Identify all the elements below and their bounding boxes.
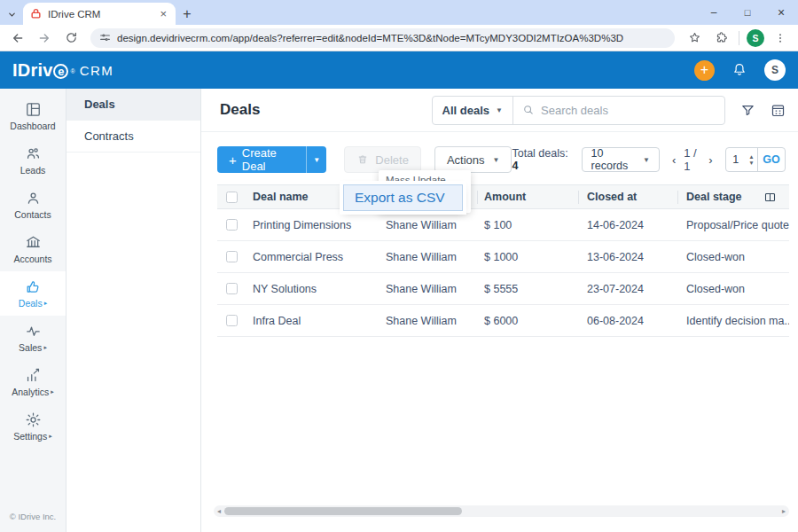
browser-toolbar: design.devidrivecrm.com/app/deals?referr… <box>0 25 798 51</box>
plus-icon: + <box>229 153 237 168</box>
table-row[interactable]: Infra Deal Shane William $ 6000 06-08-20… <box>217 305 789 337</box>
page-indicator: 1 / 1 <box>684 146 700 173</box>
registered-mark: ® <box>70 68 74 74</box>
column-header-amount[interactable]: Amount <box>477 185 578 208</box>
filter-funnel-icon[interactable] <box>740 103 755 118</box>
select-all-checkbox[interactable] <box>226 192 238 203</box>
scroll-left-icon[interactable]: ◂ <box>214 507 224 515</box>
search-box[interactable] <box>513 104 724 117</box>
table-row[interactable]: Printing Dimensions Shane William $ 100 … <box>217 209 789 241</box>
sidebar-item-sales[interactable]: Sales▸ <box>0 316 66 360</box>
tab-title: IDrive CRM <box>48 9 152 20</box>
view-filter-dropdown[interactable]: All deals ▼ <box>433 97 512 124</box>
site-settings-icon[interactable] <box>99 32 111 43</box>
delete-button[interactable]: Delete <box>344 146 421 173</box>
sidebar-item-analytics[interactable]: Analytics▸ <box>0 360 66 404</box>
app-header: IDrive®CRM + S <box>0 51 798 89</box>
browser-tab[interactable]: IDrive CRM × <box>23 3 176 25</box>
table-row[interactable]: Commercial Press Shane William $ 1000 13… <box>217 241 789 273</box>
submenu-arrow-icon: ▸ <box>44 300 48 307</box>
new-tab-button[interactable]: + <box>176 3 199 25</box>
actions-label: Actions <box>447 153 485 167</box>
prev-page-icon[interactable]: ‹ <box>671 153 677 167</box>
page-number-input[interactable] <box>726 153 746 166</box>
search-icon <box>522 104 535 116</box>
sidebar-item-label: Sales <box>19 342 42 353</box>
sidebar-item-contacts[interactable]: Contacts <box>0 183 66 227</box>
tab-search-chevron-icon[interactable] <box>0 4 23 25</box>
subnav-item-deals[interactable]: Deals <box>66 89 200 121</box>
deal-amount-cell: $ 6000 <box>477 315 578 327</box>
close-button[interactable]: × <box>764 0 798 25</box>
row-checkbox[interactable] <box>226 251 238 262</box>
page-title: Deals <box>220 101 260 119</box>
accounts-icon <box>25 234 42 251</box>
scrollbar-thumb[interactable] <box>224 507 462 515</box>
actions-dropdown-button[interactable]: Actions ▼ <box>434 146 512 173</box>
go-button[interactable]: GO <box>758 153 785 166</box>
menu-item-mass-update[interactable]: Mass Update <box>379 170 471 185</box>
table-view-icon[interactable] <box>771 103 786 118</box>
column-picker-icon[interactable] <box>763 191 777 204</box>
toolbar-divider <box>739 31 739 45</box>
column-header-closed-at[interactable]: Closed at <box>578 185 677 208</box>
menu-item-export-csv[interactable]: Export as CSV <box>343 184 463 211</box>
row-checkbox[interactable] <box>226 283 238 294</box>
browser-menu-kebab-icon[interactable] <box>770 27 791 49</box>
url-text[interactable]: design.devidrivecrm.com/app/deals?referr… <box>117 33 623 43</box>
user-avatar[interactable]: S <box>764 59 786 81</box>
horizontal-scrollbar[interactable]: ◂ ▸ <box>214 505 789 517</box>
create-deal-dropdown-toggle[interactable]: ▼ <box>306 146 326 173</box>
extensions-icon[interactable] <box>710 27 732 49</box>
sidebar-item-label: Dashboard <box>10 121 55 131</box>
deal-amount-cell: $ 1000 <box>477 251 578 263</box>
scroll-right-icon[interactable]: ▸ <box>778 507 789 515</box>
sidebar-item-label: Analytics <box>12 387 49 397</box>
deals-subnav: Deals Contracts <box>66 89 201 532</box>
logo-crm-text: CRM <box>80 63 114 78</box>
refresh-icon[interactable] <box>60 27 82 49</box>
records-per-page-label: 10 records <box>591 147 636 172</box>
deal-name-cell[interactable]: Printing Dimensions <box>246 219 375 231</box>
row-checkbox[interactable] <box>226 315 238 326</box>
table-row[interactable]: NY Solutions Shane William $ 5555 23-07-… <box>217 273 789 305</box>
column-header-deal-stage[interactable]: Deal stage <box>677 185 789 208</box>
sidebar-item-leads[interactable]: Leads <box>0 138 66 183</box>
maximize-button[interactable]: □ <box>731 0 764 25</box>
dashboard-icon <box>25 101 42 118</box>
submenu-arrow-icon: ▸ <box>43 344 47 351</box>
main-sidebar: Dashboard Leads Contacts Accounts Deals▸… <box>0 89 66 532</box>
next-page-icon[interactable]: › <box>708 153 713 167</box>
sidebar-item-settings[interactable]: Settings▸ <box>0 404 66 449</box>
browser-profile-avatar[interactable]: S <box>747 29 764 47</box>
records-per-page-dropdown[interactable]: 10 records ▼ <box>582 147 660 172</box>
deal-name-cell[interactable]: NY Solutions <box>246 283 375 295</box>
list-toolbar: + Create Deal ▼ Delete Actions ▼ Total <box>217 146 786 173</box>
settings-gear-icon <box>25 411 42 428</box>
subnav-item-contracts[interactable]: Contracts <box>66 121 200 153</box>
deal-closed-cell: 14-06-2024 <box>578 219 677 231</box>
sidebar-item-accounts[interactable]: Accounts <box>0 227 66 271</box>
sidebar-item-deals[interactable]: Deals▸ <box>0 271 66 316</box>
deal-closed-cell: 13-06-2024 <box>578 251 677 263</box>
trash-icon <box>356 153 369 166</box>
create-deal-button[interactable]: + Create Deal <box>217 146 306 173</box>
sidebar-item-dashboard[interactable]: Dashboard <box>0 94 66 138</box>
deal-name-cell[interactable]: Commercial Press <box>246 251 375 263</box>
row-checkbox[interactable] <box>226 219 238 231</box>
logo-e-mark: e <box>53 64 68 79</box>
back-icon[interactable] <box>7 27 28 49</box>
table-header-row: Deal name Amount Closed at Deal stage <box>217 184 789 209</box>
forward-icon[interactable] <box>34 27 55 49</box>
page-number-stepper[interactable]: ▲▼ <box>746 154 757 166</box>
minimize-button[interactable]: – <box>697 0 731 25</box>
bookmark-star-icon[interactable] <box>684 27 705 49</box>
tab-close-icon[interactable]: × <box>158 7 168 20</box>
window-controls: – □ × <box>697 0 798 25</box>
view-search-combo: All deals ▼ <box>432 96 725 125</box>
address-bar[interactable]: design.devidrivecrm.com/app/deals?referr… <box>90 28 675 48</box>
notifications-bell-icon[interactable] <box>732 62 747 78</box>
search-input[interactable] <box>541 104 700 117</box>
deal-name-cell[interactable]: Infra Deal <box>246 315 375 327</box>
quick-create-button[interactable]: + <box>694 60 715 81</box>
